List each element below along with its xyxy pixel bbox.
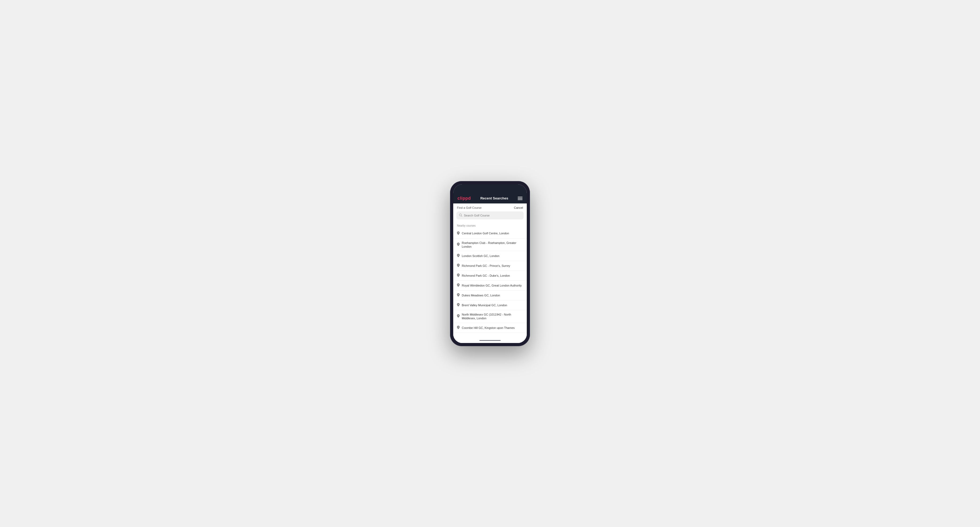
notch [479, 187, 501, 192]
search-icon [459, 213, 462, 218]
menu-line-2 [518, 198, 522, 198]
course-item[interactable]: Coombe Hill GC, Kingston upon Thames [453, 323, 527, 333]
course-name: London Scottish GC, London [462, 254, 500, 258]
course-name: Richmond Park GC - Prince's, Surrey [462, 264, 510, 268]
phone-screen: clippd Recent Searches Find a Golf Cours… [453, 184, 527, 343]
nearby-courses-section: Nearby courses Central London Golf Centr… [453, 222, 527, 338]
menu-line-1 [518, 197, 522, 197]
search-input[interactable] [464, 214, 521, 217]
pin-icon [457, 254, 460, 258]
course-name: Central London Golf Centre, London [462, 232, 509, 235]
course-item[interactable]: Brent Valley Municipal GC, London [453, 300, 527, 310]
pin-icon [457, 242, 460, 247]
course-name: Coombe Hill GC, Kingston upon Thames [462, 326, 515, 330]
pin-icon [457, 293, 460, 298]
course-item[interactable]: Roehampton Club - Roehampton, Greater Lo… [453, 239, 527, 251]
course-name: Roehampton Club - Roehampton, Greater Lo… [462, 241, 523, 249]
course-item[interactable]: Central London Golf Centre, London [453, 229, 527, 239]
search-box [457, 211, 523, 219]
cancel-button[interactable]: Cancel [514, 206, 523, 209]
course-name: Royal Wimbledon GC, Great London Authori… [462, 284, 522, 287]
status-bar [453, 184, 527, 194]
home-indicator [453, 338, 527, 343]
main-content: Find a Golf Course Cancel Nearby [453, 203, 527, 343]
course-name: Richmond Park GC - Duke's, London [462, 274, 510, 278]
pin-icon [457, 273, 460, 278]
find-header: Find a Golf Course Cancel [453, 203, 527, 211]
course-item[interactable]: London Scottish GC, London [453, 251, 527, 261]
pin-icon [457, 325, 460, 330]
course-item[interactable]: Royal Wimbledon GC, Great London Authori… [453, 281, 527, 290]
app-title: Recent Searches [480, 196, 508, 200]
menu-line-3 [518, 200, 522, 200]
app-logo: clippd [458, 196, 471, 201]
phone-device: clippd Recent Searches Find a Golf Cours… [450, 181, 530, 346]
find-label: Find a Golf Course [457, 206, 482, 209]
course-item[interactable]: Richmond Park GC - Prince's, Surrey [453, 261, 527, 271]
pin-icon [457, 264, 460, 268]
course-name: Brent Valley Municipal GC, London [462, 303, 507, 307]
nearby-label: Nearby courses [453, 222, 527, 229]
pin-icon [457, 231, 460, 236]
course-item[interactable]: North Middlesex GC (1011942 - North Midd… [453, 310, 527, 323]
course-item[interactable]: Richmond Park GC - Duke's, London [453, 271, 527, 281]
menu-icon[interactable] [518, 197, 522, 200]
pin-icon [457, 303, 460, 308]
course-name: North Middlesex GC (1011942 - North Midd… [462, 313, 523, 321]
home-bar [479, 340, 501, 341]
app-header: clippd Recent Searches [453, 194, 527, 203]
pin-icon [457, 283, 460, 288]
svg-line-1 [461, 216, 462, 216]
course-item[interactable]: Dukes Meadows GC, London [453, 290, 527, 300]
pin-icon [457, 314, 460, 319]
search-container [453, 211, 527, 222]
course-name: Dukes Meadows GC, London [462, 294, 500, 297]
